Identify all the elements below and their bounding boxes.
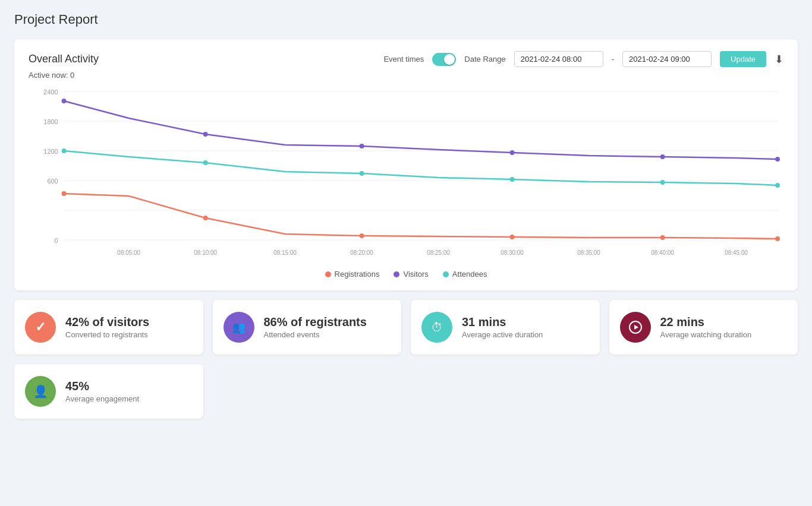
svg-text:08:10:00: 08:10:00: [194, 249, 217, 256]
svg-point-22: [360, 171, 364, 176]
svg-point-21: [203, 160, 208, 165]
svg-text:0: 0: [55, 237, 58, 244]
chart-controls: Event times Date Range - Update ⬇: [383, 51, 783, 67]
legend-visitors: Visitors: [394, 270, 428, 279]
date-to-input[interactable]: [622, 51, 712, 67]
activity-chart: 2400 1800 1200 600 0 08:05:00 08:10:00 0…: [29, 86, 783, 264]
stat-engagement: 👤 45% Average engagement: [14, 364, 203, 419]
svg-point-32: [62, 191, 67, 196]
svg-point-31: [775, 157, 780, 162]
svg-point-33: [203, 216, 208, 220]
stat-label-2: Attended events: [264, 330, 367, 339]
stats-grid-bottom: 👤 45% Average engagement: [14, 364, 798, 419]
attendees-dot: [443, 271, 449, 277]
svg-text:08:40:00: 08:40:00: [651, 249, 674, 256]
stat-value-2: 86% of registrants: [264, 315, 367, 329]
stat-label-5: Average engagement: [65, 394, 139, 403]
svg-point-29: [510, 150, 515, 155]
stat-value-5: 45%: [65, 380, 139, 393]
legend-registrations: Registrations: [325, 270, 380, 279]
visitors-label: Visitors: [403, 270, 428, 279]
stat-visitors-converted: ✓ 42% of visitors Converted to registran…: [14, 300, 203, 355]
svg-text:08:20:00: 08:20:00: [350, 249, 373, 256]
svg-text:08:35:00: 08:35:00: [577, 249, 600, 256]
stat-label-4: Average watching duration: [660, 330, 752, 339]
stat-registrants-attended: 👥 86% of registrants Attended events: [213, 300, 402, 355]
chart-area: 2400 1800 1200 600 0 08:05:00 08:10:00 0…: [29, 86, 783, 264]
check-icon: ✓: [25, 312, 56, 343]
svg-point-27: [203, 132, 208, 137]
svg-point-24: [660, 180, 665, 185]
stats-grid: ✓ 42% of visitors Converted to registran…: [14, 300, 798, 355]
svg-point-30: [660, 154, 665, 159]
download-icon[interactable]: ⬇: [775, 53, 783, 66]
svg-text:08:05:00: 08:05:00: [117, 249, 140, 256]
stat-value-4: 22 mins: [660, 315, 752, 329]
stat-active-duration: ⏱ 31 mins Average active duration: [411, 300, 600, 355]
stat-value-3: 31 mins: [462, 315, 543, 329]
person-icon: 👤: [25, 376, 56, 407]
users-icon: 👥: [224, 312, 254, 343]
attendees-label: Attendees: [452, 270, 487, 279]
svg-marker-39: [634, 325, 638, 330]
svg-point-34: [360, 233, 364, 238]
chart-title: Overall Activity: [29, 53, 99, 65]
svg-text:1800: 1800: [43, 118, 58, 125]
date-from-input[interactable]: [514, 51, 603, 67]
stat-value-1: 42% of visitors: [65, 315, 149, 329]
update-button[interactable]: Update: [720, 51, 766, 67]
svg-point-20: [62, 148, 67, 153]
event-times-label: Event times: [383, 55, 424, 64]
registrations-dot: [325, 271, 331, 277]
svg-point-28: [360, 144, 364, 148]
svg-text:1200: 1200: [43, 148, 58, 155]
chart-legend: Registrations Visitors Attendees: [29, 270, 783, 279]
svg-point-25: [775, 183, 780, 188]
clock-icon: ⏱: [421, 312, 452, 343]
stat-watching-duration: 22 mins Average watching duration: [609, 300, 798, 355]
svg-text:08:30:00: 08:30:00: [501, 249, 524, 256]
page-title: Project Report: [14, 12, 798, 27]
overall-activity-card: Overall Activity Event times Date Range …: [14, 39, 798, 290]
active-now: Active now: 0: [29, 71, 783, 80]
svg-text:08:15:00: 08:15:00: [273, 249, 297, 256]
svg-text:08:25:00: 08:25:00: [427, 249, 450, 256]
visitors-dot: [394, 271, 399, 277]
svg-text:2400: 2400: [43, 88, 58, 96]
stat-label-1: Converted to registrants: [65, 330, 149, 339]
svg-point-36: [660, 235, 665, 240]
date-range-label: Date Range: [464, 55, 505, 64]
svg-point-35: [510, 235, 515, 239]
svg-point-23: [510, 177, 515, 182]
svg-text:600: 600: [47, 178, 58, 185]
chart-header: Overall Activity Event times Date Range …: [29, 51, 783, 67]
stat-label-3: Average active duration: [462, 330, 543, 339]
svg-point-37: [775, 236, 780, 241]
play-icon: [620, 312, 651, 343]
date-separator: -: [612, 55, 614, 64]
svg-point-26: [62, 99, 67, 103]
event-times-toggle[interactable]: [432, 53, 456, 66]
legend-attendees: Attendees: [443, 270, 487, 279]
registrations-label: Registrations: [335, 270, 380, 279]
svg-text:08:45:00: 08:45:00: [725, 249, 748, 256]
chart-title-area: Overall Activity: [29, 53, 99, 65]
